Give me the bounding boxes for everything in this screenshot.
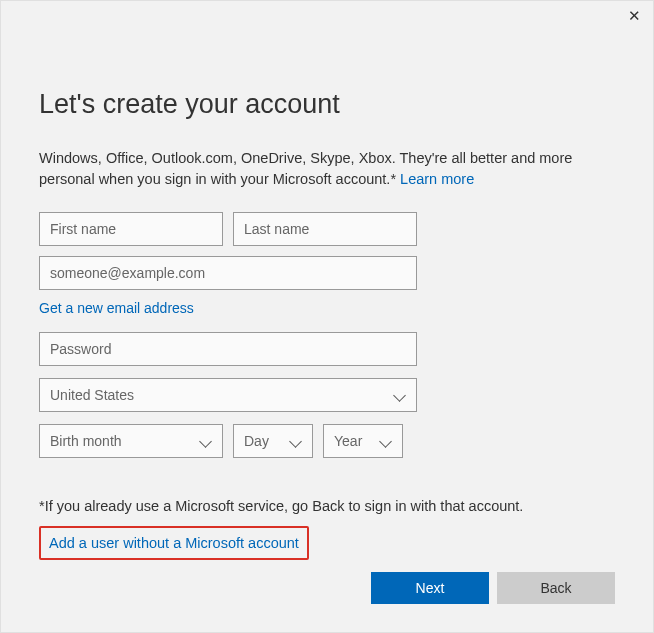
description-body: Windows, Office, Outlook.com, OneDrive, … xyxy=(39,150,572,187)
country-value: United States xyxy=(50,387,134,403)
dialog-window: ✕ Let's create your account Windows, Off… xyxy=(0,0,654,633)
day-select[interactable]: Day xyxy=(233,424,313,458)
day-value: Day xyxy=(244,433,269,449)
description-text: Windows, Office, Outlook.com, OneDrive, … xyxy=(39,148,615,190)
footnote-text: *If you already use a Microsoft service,… xyxy=(39,498,615,514)
first-name-input[interactable]: First name xyxy=(39,212,223,246)
button-row: Next Back xyxy=(371,572,615,604)
year-value: Year xyxy=(334,433,362,449)
email-input[interactable]: someone@example.com xyxy=(39,256,417,290)
get-new-email-link[interactable]: Get a new email address xyxy=(39,300,615,316)
add-user-without-ms-link[interactable]: Add a user without a Microsoft account xyxy=(49,535,299,551)
birth-month-value: Birth month xyxy=(50,433,122,449)
highlight-box: Add a user without a Microsoft account xyxy=(39,526,309,560)
close-icon[interactable]: ✕ xyxy=(628,7,641,25)
back-button[interactable]: Back xyxy=(497,572,615,604)
learn-more-link[interactable]: Learn more xyxy=(400,171,474,187)
next-button[interactable]: Next xyxy=(371,572,489,604)
year-select[interactable]: Year xyxy=(323,424,403,458)
page-title: Let's create your account xyxy=(39,89,615,120)
birth-month-select[interactable]: Birth month xyxy=(39,424,223,458)
content-area: Let's create your account Windows, Offic… xyxy=(1,1,653,560)
password-input[interactable]: Password xyxy=(39,332,417,366)
country-select[interactable]: United States xyxy=(39,378,417,412)
last-name-input[interactable]: Last name xyxy=(233,212,417,246)
